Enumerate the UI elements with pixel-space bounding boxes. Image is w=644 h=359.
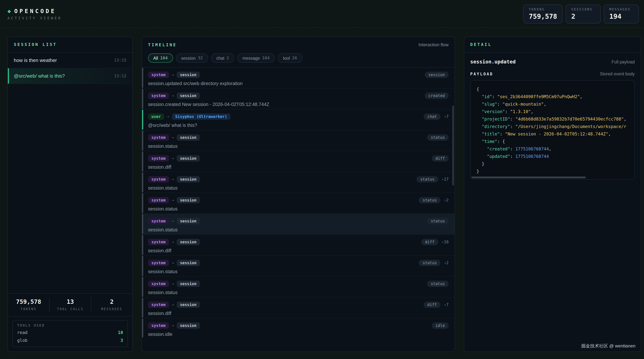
filter-chip-chat[interactable]: chat2	[211, 53, 234, 63]
event-child-count: ›2	[444, 198, 448, 202]
timeline-event-row[interactable]: system→sessiondiff›7session.diff	[142, 297, 454, 318]
session-list-title: SESSION LIST	[14, 42, 57, 47]
event-child-count: ›17	[442, 177, 448, 181]
footer-stat-cell: 2MESSAGES	[91, 297, 132, 312]
tool-name: glob	[17, 338, 28, 343]
timeline-event-row[interactable]: system→sessionstatus›2session.status	[142, 193, 454, 214]
event-type-badge: diff	[432, 155, 448, 161]
timeline-event-row[interactable]: system→sessionstatus›17session.status	[142, 172, 454, 193]
detail-title: DETAIL	[470, 42, 492, 47]
filter-chip-tool[interactable]: tool26	[278, 53, 302, 63]
arrow-right-icon: →	[172, 260, 174, 265]
diamond-logo-icon: ◆	[8, 9, 11, 13]
arrow-right-icon: →	[172, 302, 174, 307]
watermark: 掘金技术社区 @ wentianen	[581, 343, 636, 349]
stat-value: 194	[609, 12, 633, 20]
event-type-badge: idle	[432, 322, 448, 328]
timeline-event-row[interactable]: user→Sisyphus (Ultraworker)chat›7@src/we…	[142, 109, 454, 130]
payload-code-line: "updated": 1775106768744	[476, 153, 628, 160]
arrow-right-icon: →	[172, 135, 174, 140]
event-type-badge: status	[427, 280, 448, 287]
event-description: session.status	[148, 144, 448, 149]
event-type-badge: diff	[421, 239, 438, 245]
footer-stat-label: TOKENS	[9, 307, 48, 311]
header-stats: TOKENS759,578SESSIONS2MESSAGES194	[523, 4, 639, 23]
timeline-panel: TIMELINE Interaction flow All164session3…	[142, 37, 455, 352]
payload-scrollbar-thumb[interactable]	[471, 177, 586, 178]
app-title: OPENCODE	[14, 8, 56, 14]
tool-usage-row: read10	[17, 330, 123, 335]
timeline-event-row[interactable]: system→sessionstatussession.status	[142, 214, 454, 235]
timeline-event-row[interactable]: system→sessionidlesession.idle	[142, 318, 454, 337]
event-description: session.diff	[148, 311, 448, 316]
timeline-event-row[interactable]: system→sessionstatus›2session.status	[142, 256, 454, 276]
event-description: session.status	[148, 227, 448, 232]
timeline-event-list: system→sessionsessionsession.updated src…	[142, 68, 454, 337]
event-target-badge: session	[176, 239, 200, 245]
filter-chip-label: All	[153, 56, 158, 60]
filter-chip-label: session	[181, 56, 196, 60]
timeline-event-row[interactable]: system→sessiondiffsession.diff	[142, 151, 454, 172]
event-source-badge: system	[148, 72, 169, 78]
timeline-event-row[interactable]: system→sessioncreatedsession.created New…	[142, 89, 454, 109]
timeline-event-row[interactable]: system→sessiondiff›10session.diff	[142, 235, 454, 256]
event-source-badge: user	[148, 113, 164, 120]
filter-chip-message[interactable]: message104	[237, 53, 275, 63]
tool-name: read	[17, 330, 28, 335]
event-target-badge: session	[176, 197, 200, 203]
event-source-badge: system	[148, 155, 169, 161]
arrow-right-icon: →	[172, 198, 174, 202]
filter-chip-label: chat	[216, 56, 224, 60]
session-time: 13:12	[114, 74, 126, 78]
stat-label: MESSAGES	[609, 7, 633, 11]
detail-event-name: session.updated	[470, 59, 516, 65]
timeline-filter-chips: All164session32chat2message104tool26	[142, 53, 454, 68]
arrow-right-icon: →	[172, 72, 174, 77]
footer-stat-label: MESSAGES	[93, 307, 131, 311]
payload-code-line: "id": "ses_2b3644098ffe9M5Cm97uPnQwH2",	[476, 93, 628, 100]
payload-code-line: "directory": "/Users/jingjingchang/Docum…	[476, 123, 628, 130]
payload-code-line: "time": {	[476, 138, 628, 145]
app-subtitle: ACTIVITY VIEWER	[8, 16, 62, 20]
event-source-badge: system	[148, 301, 169, 308]
detail-full-payload-label: Full payload	[612, 60, 635, 64]
event-source-badge: system	[148, 176, 169, 182]
timeline-scrollbar-thumb[interactable]	[452, 106, 454, 185]
payload-code-line: "slug": "quick-mountain",	[476, 100, 628, 108]
timeline-event-row[interactable]: system→sessionstatussession.status	[142, 276, 454, 297]
filter-chip-all[interactable]: All164	[148, 53, 173, 63]
event-child-count: ›7	[444, 302, 448, 307]
timeline-event-row[interactable]: system→sessionsessionsession.updated src…	[142, 68, 454, 89]
footer-stat-value: 2	[93, 298, 131, 305]
filter-chip-label: message	[242, 56, 260, 60]
session-items: how is then weather13:15@src/web/ what i…	[8, 53, 132, 84]
event-target-badge: session	[176, 92, 200, 99]
payload-code-line: "projectID": "4d6b68d833e7a59832b7d70e65…	[476, 115, 628, 123]
event-source-badge: system	[148, 197, 169, 203]
payload-code-line: }	[476, 160, 628, 168]
session-title: how is then weather	[14, 58, 57, 63]
event-description: session.updated src/web directory explor…	[148, 81, 448, 86]
detail-panel: DETAIL session.updated Full payload PAYL…	[464, 37, 641, 352]
event-description: session.created New session - 2026-04-02…	[148, 102, 448, 107]
stat-value: 2	[571, 12, 595, 20]
payload-code-line: }	[476, 168, 628, 175]
filter-chip-session[interactable]: session32	[176, 53, 208, 63]
tool-usage-row: glob3	[17, 338, 123, 343]
main-layout: SESSION LIST how is then weather13:15@sr…	[8, 37, 641, 352]
tool-count: 3	[120, 338, 123, 343]
event-description: session.diff	[148, 248, 448, 253]
arrow-right-icon: →	[172, 156, 174, 161]
session-list-item[interactable]: how is then weather13:15	[8, 53, 132, 68]
footer-stat-cell: 13TOOL CALLS	[50, 297, 91, 312]
timeline-title: TIMELINE	[148, 42, 177, 47]
footer-stat-value: 759,578	[9, 298, 48, 305]
payload-label: PAYLOAD	[470, 72, 493, 76]
timeline-event-row[interactable]: system→sessionstatussession.status	[142, 130, 454, 151]
session-list-item[interactable]: @src/web/ what is this?13:12	[8, 68, 132, 84]
event-target-badge: session	[176, 155, 200, 161]
payload-code-line: {	[476, 86, 628, 93]
arrow-right-icon: →	[172, 93, 174, 98]
event-description: session.status	[148, 206, 448, 212]
payload-code-block: { "id": "ses_2b3644098ffe9M5Cm97uPnQwH2"…	[470, 80, 635, 180]
